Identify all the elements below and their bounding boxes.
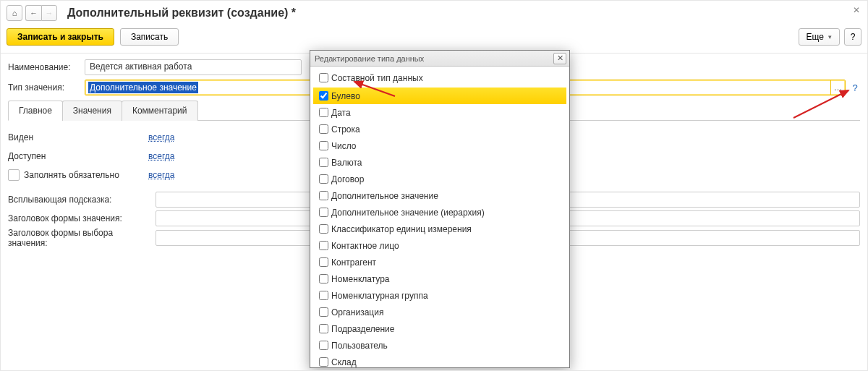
type-item-checkbox[interactable] <box>319 141 328 150</box>
type-item-label: Число <box>331 141 357 151</box>
required-checkbox[interactable] <box>8 169 20 181</box>
type-item-checkbox[interactable] <box>319 91 328 101</box>
composite-checkbox[interactable] <box>319 73 328 82</box>
type-help-button[interactable]: ? <box>850 82 860 93</box>
type-item-label: Номенклатурная группа <box>331 291 428 301</box>
help-button[interactable]: ? <box>844 28 861 46</box>
composite-type-row: Составной тип данных <box>313 69 566 88</box>
type-dialog: Редактирование типа данных ✕ Составной т… <box>310 50 570 368</box>
type-item-checkbox[interactable] <box>319 108 328 117</box>
more-button[interactable]: Еще ▾ <box>799 28 840 46</box>
arrow-left-icon: ← <box>30 9 38 17</box>
tab-comment[interactable]: Комментарий <box>122 101 198 121</box>
type-item[interactable]: Пользователь <box>313 337 566 354</box>
type-item[interactable]: Контактное лицо <box>313 237 566 254</box>
type-item-label: Договор <box>331 174 364 184</box>
name-label: Наименование: <box>8 62 80 72</box>
ellipsis-icon: … <box>834 82 843 93</box>
required-group: Заполнять обязательно <box>8 169 142 181</box>
type-item-checkbox[interactable] <box>319 307 328 317</box>
home-icon: ⌂ <box>12 9 17 17</box>
type-list: БулевоДатаСтрокаЧислоВалютаДоговорДополн… <box>313 88 566 367</box>
home-button[interactable]: ⌂ <box>7 5 22 21</box>
tooltip-label: Всплывающая подсказка: <box>8 195 150 205</box>
more-button-label: Еще <box>807 32 824 42</box>
type-item-checkbox[interactable] <box>319 357 328 367</box>
tab-main[interactable]: Главное <box>8 101 63 121</box>
type-item-label: Номенклатура <box>331 274 390 284</box>
close-icon: ✕ <box>557 54 563 63</box>
window-close-button[interactable]: ✕ <box>853 5 860 15</box>
nav-buttons: ⌂ ← → <box>7 5 57 21</box>
type-item-label: Склад <box>331 357 357 367</box>
type-item-label: Дата <box>331 108 351 118</box>
type-item[interactable]: Организация <box>313 304 566 320</box>
save-button[interactable]: Записать <box>120 28 179 46</box>
type-item-label: Подразделение <box>331 324 394 334</box>
type-item-checkbox[interactable] <box>319 241 328 250</box>
type-item-checkbox[interactable] <box>319 257 328 267</box>
type-item-label: Организация <box>331 307 383 317</box>
type-item-checkbox[interactable] <box>319 274 328 283</box>
type-item[interactable]: Контрагент <box>313 254 566 270</box>
type-item-label: Валюта <box>331 158 362 168</box>
nav-pair: ← → <box>25 5 57 21</box>
type-choose-button[interactable]: … <box>830 80 845 95</box>
type-item-label: Дополнительное значение <box>331 191 438 201</box>
available-link[interactable]: всегда <box>148 151 174 161</box>
type-item-label: Контактное лицо <box>331 241 399 251</box>
type-item-label: Строка <box>331 124 360 135</box>
type-item[interactable]: Число <box>313 137 566 154</box>
dialog-body: Составной тип данных БулевоДатаСтрокаЧис… <box>310 67 569 367</box>
type-item[interactable]: Подразделение <box>313 320 566 337</box>
visible-label: Виден <box>8 132 142 142</box>
dialog-close-button[interactable]: ✕ <box>553 53 566 64</box>
dialog-titlebar: Редактирование типа данных ✕ <box>310 51 569 67</box>
type-item-label: Дополнительное значение (иерархия) <box>331 208 485 218</box>
type-item-checkbox[interactable] <box>319 291 328 300</box>
toolbar-right: Еще ▾ ? <box>799 28 861 46</box>
type-item[interactable]: Дата <box>313 104 566 121</box>
type-item[interactable]: Склад <box>313 354 566 367</box>
form-title-label: Заголовок формы значения: <box>8 213 150 223</box>
type-item[interactable]: Классификатор единиц измерения <box>313 221 566 237</box>
type-item-checkbox[interactable] <box>319 324 328 333</box>
type-item[interactable]: Валюта <box>313 154 566 171</box>
available-label: Доступен <box>8 151 142 161</box>
tab-values[interactable]: Значения <box>62 101 122 121</box>
type-item[interactable]: Булево <box>313 88 566 104</box>
type-item[interactable]: Дополнительное значение (иерархия) <box>313 204 566 221</box>
type-item-checkbox[interactable] <box>319 191 328 200</box>
type-item-label: Контрагент <box>331 257 376 268</box>
type-item[interactable]: Номенклатурная группа <box>313 287 566 304</box>
close-icon: ✕ <box>853 5 860 15</box>
back-button[interactable]: ← <box>25 5 41 21</box>
required-link[interactable]: всегда <box>148 170 174 180</box>
chevron-down-icon: ▾ <box>828 33 832 40</box>
arrow-right-icon: → <box>46 9 54 17</box>
type-item-checkbox[interactable] <box>319 208 328 217</box>
type-item-checkbox[interactable] <box>319 224 328 234</box>
visible-link[interactable]: всегда <box>148 132 174 142</box>
type-item[interactable]: Договор <box>313 171 566 187</box>
titlebar: ⌂ ← → Дополнительный реквизит (создание)… <box>1 1 867 25</box>
dialog-title-text: Редактирование типа данных <box>315 54 424 63</box>
type-item[interactable]: Дополнительное значение <box>313 187 566 204</box>
required-label: Заполнять обязательно <box>24 170 119 180</box>
type-item[interactable]: Строка <box>313 121 566 137</box>
type-item-label: Пользователь <box>331 341 388 351</box>
save-and-close-button[interactable]: Записать и закрыть <box>7 28 114 46</box>
type-item-checkbox[interactable] <box>319 158 328 167</box>
type-item-label: Булево <box>331 91 360 101</box>
type-item-checkbox[interactable] <box>319 174 328 184</box>
type-item-checkbox[interactable] <box>319 124 328 134</box>
choice-title-label: Заголовок формы выбора значения: <box>8 228 150 248</box>
forward-button[interactable]: → <box>41 5 57 21</box>
name-input[interactable]: Ведется активная работа <box>85 59 302 75</box>
type-item-checkbox[interactable] <box>319 341 328 350</box>
toolbar-left: Записать и закрыть Записать <box>7 28 179 46</box>
type-item[interactable]: Номенклатура <box>313 270 566 287</box>
type-input-value: Дополнительное значение <box>88 82 198 93</box>
type-item-label: Классификатор единиц измерения <box>331 224 472 234</box>
name-input-value: Ведется активная работа <box>90 61 192 72</box>
